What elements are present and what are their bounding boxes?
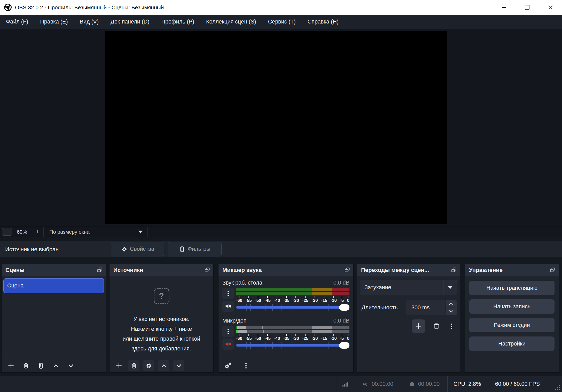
menu-help[interactable]: Справка (H): [302, 15, 345, 29]
duration-row: Длительность 300 ms: [360, 300, 457, 315]
zoom-level: 69%: [12, 229, 32, 235]
properties-button[interactable]: Свойства: [111, 242, 164, 256]
mute-button[interactable]: [222, 301, 234, 312]
cpu-usage: CPU: 2.8%: [447, 376, 487, 392]
mute-button[interactable]: [222, 339, 234, 350]
mixer-channel-desktop: Звук раб. стола 0.0 dB: [222, 276, 349, 312]
duration-increase-button[interactable]: [446, 300, 457, 308]
sources-dock-header[interactable]: Источники: [110, 264, 213, 276]
duration-decrease-button[interactable]: [446, 308, 457, 315]
maximize-icon: [525, 5, 529, 10]
filters-label: Фильтры: [188, 246, 210, 252]
volume-slider[interactable]: [236, 303, 349, 311]
fit-mode-dropdown[interactable]: По размеру окна: [44, 227, 147, 237]
start-recording-button[interactable]: Начать запись: [469, 299, 555, 314]
menu-profile[interactable]: Профиль (P): [155, 15, 200, 29]
popout-icon[interactable]: [451, 268, 457, 272]
slider-handle[interactable]: [339, 342, 349, 349]
add-source-button[interactable]: [113, 360, 124, 371]
meter-segment: [236, 292, 312, 295]
channel-level: 0.0 dB: [333, 318, 349, 324]
popout-icon[interactable]: [97, 268, 103, 272]
zoom-out-button[interactable]: −: [2, 228, 12, 236]
maximize-button[interactable]: [516, 0, 539, 15]
channel-menu-button[interactable]: [222, 326, 234, 337]
spin-buttons: [445, 300, 457, 315]
close-icon: [548, 5, 553, 10]
meter-segment: [332, 292, 349, 295]
preview-zoom-bar: − 69% + По размеру окна: [0, 226, 562, 237]
stream-timer: 00:00:00: [354, 376, 401, 392]
filters-button[interactable]: Фильтры: [168, 242, 222, 256]
scenes-dock-header[interactable]: Сцены: [2, 264, 106, 276]
properties-label: Свойства: [130, 246, 154, 252]
close-button[interactable]: [539, 0, 562, 15]
transition-select[interactable]: Затухание: [360, 280, 457, 295]
preview-canvas[interactable]: [105, 31, 447, 224]
plus-icon: [415, 323, 422, 330]
remove-source-button[interactable]: [128, 360, 139, 371]
popout-icon[interactable]: [345, 268, 350, 272]
channel-level: 0.0 dB: [333, 280, 349, 286]
meter-segment: [238, 330, 247, 333]
mixer-menu-button[interactable]: [240, 360, 252, 371]
sources-list[interactable]: ? У вас нет источников. Нажмите кнопку +…: [110, 276, 213, 359]
duration-spinbox[interactable]: 300 ms: [406, 300, 457, 315]
resize-grip-icon[interactable]: [555, 385, 560, 390]
meter-segment: [237, 326, 246, 329]
remove-transition-button[interactable]: [431, 321, 442, 332]
studio-mode-button[interactable]: Режим студии: [469, 318, 555, 332]
remove-scene-button[interactable]: [20, 360, 32, 371]
popout-icon[interactable]: [205, 268, 210, 272]
menubar: Файл (F) Правка (E) Вид (V) Док-панели (…: [0, 15, 562, 29]
sources-toolbar: [110, 359, 213, 372]
scene-filters-button[interactable]: [35, 360, 46, 371]
meter-segment: [246, 326, 262, 329]
minimize-button[interactable]: [492, 0, 516, 15]
statusbar: 00:00:00 00:00:00 CPU: 2.8% 60.00 / 60.0…: [0, 376, 562, 392]
settings-button[interactable]: Настройки: [469, 336, 555, 351]
speaker-icon: [225, 303, 232, 310]
meter-segment: [312, 288, 332, 291]
speaker-muted-icon: [225, 341, 232, 348]
scenes-list[interactable]: Сцена: [2, 276, 106, 359]
menu-file[interactable]: Файл (F): [0, 15, 34, 29]
transitions-panel: Затухание Длительность 300 ms: [357, 276, 460, 372]
titlebar: OBS 32.0.2 - Профиль: Безымянный - Сцены…: [0, 0, 562, 15]
sources-dock-title: Источники: [113, 267, 143, 273]
transition-actions: [360, 319, 457, 333]
source-properties-button[interactable]: [143, 360, 154, 371]
menu-scene-collection[interactable]: Коллекция сцен (S): [200, 15, 262, 29]
transition-menu-button[interactable]: [448, 321, 455, 332]
scene-list-item[interactable]: Сцена: [3, 278, 104, 293]
volume-slider[interactable]: [236, 341, 349, 349]
start-streaming-button[interactable]: Начать трансляцию: [469, 281, 555, 295]
advanced-audio-button[interactable]: [222, 360, 233, 371]
add-scene-button[interactable]: [5, 360, 17, 371]
move-scene-down-button[interactable]: [65, 360, 76, 371]
scenes-dock-title: Сцены: [5, 267, 25, 273]
menu-edit[interactable]: Правка (E): [34, 15, 74, 29]
menu-tools[interactable]: Сервис (T): [262, 15, 302, 29]
move-source-up-button[interactable]: [158, 360, 169, 371]
source-status-label: Источник не выбран: [5, 241, 59, 257]
menu-docks[interactable]: Док-панели (D): [105, 15, 155, 29]
add-transition-button[interactable]: [412, 319, 425, 333]
menu-view[interactable]: Вид (V): [74, 15, 105, 29]
move-source-down-button[interactable]: [173, 360, 184, 371]
zoom-in-button[interactable]: +: [32, 229, 43, 235]
window-title: OBS 32.0.2 - Профиль: Безымянный - Сцены…: [15, 4, 164, 11]
chevron-up-icon: [449, 302, 454, 305]
stream-time: 00:00:00: [372, 381, 393, 387]
transitions-dock-header[interactable]: Переходы между сцен...: [357, 264, 460, 276]
popout-icon[interactable]: [550, 268, 555, 272]
move-scene-up-button[interactable]: [50, 360, 61, 371]
empty-line: У вас нет источников.: [123, 314, 200, 324]
controls-dock-header[interactable]: Управление: [465, 264, 559, 276]
sources-empty-state: ? У вас нет источников. Нажмите кнопку +…: [110, 276, 213, 359]
slider-handle[interactable]: [339, 304, 349, 311]
transitions-dock-title: Переходы между сцен...: [361, 267, 429, 273]
duration-label: Длительность: [362, 304, 397, 311]
channel-menu-button[interactable]: [222, 288, 234, 299]
mixer-dock-header[interactable]: Микшер звука: [218, 264, 353, 276]
